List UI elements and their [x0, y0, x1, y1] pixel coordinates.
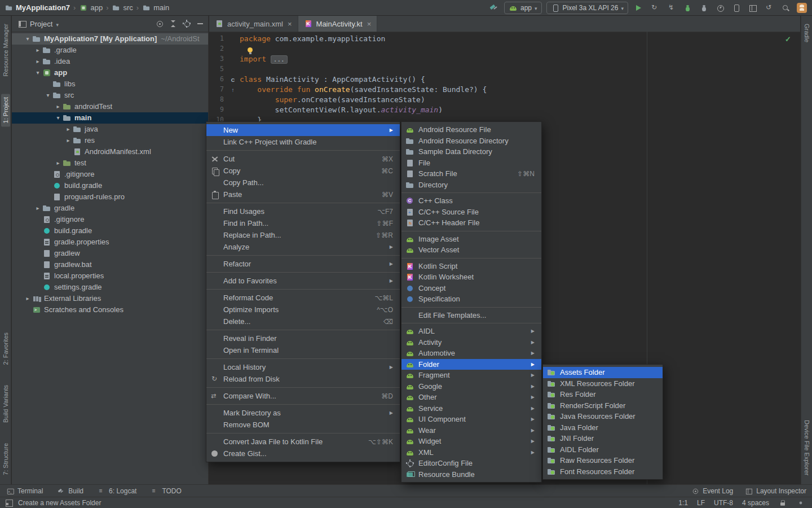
tree-item-gradle[interactable]: ▸.gradle	[12, 45, 208, 56]
menu-item-wear[interactable]: Wear▶	[401, 425, 541, 436]
menu-item-specification[interactable]: Specification	[401, 294, 541, 305]
toolbar-search-everywhere-button[interactable]	[780, 2, 791, 14]
menu-item-fragment[interactable]: Fragment▶	[401, 370, 541, 381]
toolbar-profiler-button[interactable]	[714, 2, 726, 14]
menu-item-local-history[interactable]: Local History▶	[206, 361, 400, 373]
menu-item-paste[interactable]: Paste⌘V	[206, 189, 400, 200]
menu-item-editorconfig-file[interactable]: EditorConfig File	[401, 458, 541, 469]
editor-code[interactable]: 1package com.example.myapplication23impo…	[209, 32, 800, 126]
menu-item-google[interactable]: Google▶	[401, 381, 541, 392]
tab-activity-main-xml[interactable]: activity_main.xml×	[209, 16, 298, 32]
tool-button-terminal[interactable]: Terminal	[6, 487, 43, 496]
toolbar-sync-project-button[interactable]	[764, 2, 775, 14]
menu-item-service[interactable]: Service▶	[401, 403, 541, 414]
tool-windows-icon[interactable]	[5, 498, 14, 507]
menu-item-convert-java-file-to-kotlin-file[interactable]: Convert Java File to Kotlin File⌥⇧⌘K	[206, 436, 400, 448]
expand-arrow-icon[interactable]: ▸	[54, 157, 63, 169]
tree-item-res[interactable]: ▸res	[12, 135, 208, 146]
tree-item-settings-gradle[interactable]: settings.gradle	[12, 282, 208, 293]
menu-item-concept[interactable]: Concept	[401, 283, 541, 294]
tool-stripe-2-favorites[interactable]: 2: Favorites	[1, 329, 10, 368]
menu-item-android-resource-directory[interactable]: Android Resource Directory	[401, 135, 541, 147]
tree-item-androidtest[interactable]: ▸androidTest	[12, 101, 208, 112]
tree-item-java[interactable]: ▸java	[12, 124, 208, 135]
menu-item-add-to-favorites[interactable]: Add to Favorites▶	[206, 275, 400, 287]
menu-item-assets-folder[interactable]: Assets Folder	[543, 367, 663, 378]
project-view-selector[interactable]: Project	[17, 19, 59, 28]
menu-item-mark-directory-as[interactable]: Mark Directory as▶	[206, 407, 400, 419]
menu-item-renderscript-folder[interactable]: RenderScript Folder	[543, 400, 663, 411]
tree-item-src[interactable]: ▾src	[12, 90, 208, 101]
toolbar-apply-changes-button[interactable]	[649, 2, 660, 14]
expand-arrow-icon[interactable]: ▸	[64, 135, 73, 146]
menu-item-folder[interactable]: Folder▶	[401, 359, 541, 370]
menu-item-link-c-project-with-gradle[interactable]: Link C++ Project with Gradle	[206, 136, 400, 148]
menu-item-ui-component[interactable]: UI Component▶	[401, 414, 541, 425]
menu-item-jni-folder[interactable]: JNI Folder	[543, 433, 663, 444]
menu-item-java-resources-folder[interactable]: Java Resources Folder	[543, 411, 663, 422]
tool-button-layout-inspector[interactable]: Layout Inspector	[744, 487, 806, 496]
tool-button-build[interactable]: Build	[56, 487, 83, 496]
expand-arrow-icon[interactable]: ▸	[33, 203, 42, 214]
settings-gear-icon[interactable]	[182, 19, 191, 28]
expand-arrow-icon[interactable]: ▸	[54, 101, 63, 112]
tree-item-libs[interactable]: libs	[12, 78, 208, 90]
expand-arrow-icon[interactable]: ▸	[64, 124, 73, 135]
menu-item-automotive[interactable]: Automotive▶	[401, 348, 541, 359]
tool-button-6-logcat[interactable]: 6: Logcat	[97, 487, 136, 496]
tool-stripe-1-project[interactable]: 1: Project	[1, 94, 10, 126]
intention-bulb-icon[interactable]	[248, 47, 253, 52]
menu-item-kotlin-worksheet[interactable]: Kotlin Worksheet	[401, 271, 541, 283]
breadcrumb-item-src[interactable]: src	[112, 3, 133, 12]
tab-mainactivity-kt[interactable]: MainActivity.kt×	[298, 16, 378, 32]
tree-item-gradlew[interactable]: gradlew	[12, 248, 208, 259]
menu-item-copy[interactable]: Copy⌘C	[206, 165, 400, 177]
menu-item-java-folder[interactable]: Java Folder	[543, 422, 663, 433]
tree-item-gradle[interactable]: ▸gradle	[12, 203, 208, 214]
menu-item-directory[interactable]: Directory	[401, 179, 541, 191]
tree-item-external-libraries[interactable]: ▸External Libraries	[12, 293, 208, 304]
menu-item-file[interactable]: File	[401, 157, 541, 169]
menu-item-create-gist[interactable]: Create Gist...	[206, 448, 400, 459]
tree-item-gitignore[interactable]: .gitignore	[12, 169, 208, 180]
menu-item-font-resources-folder[interactable]: Font Resources Folder	[543, 466, 663, 478]
expand-arrow-icon[interactable]: ▸	[33, 56, 42, 67]
menu-item-widget[interactable]: Widget▶	[401, 436, 541, 447]
tree-item-gradle-properties[interactable]: gradle.properties	[12, 237, 208, 248]
file-encoding[interactable]: UTF-8	[714, 499, 733, 507]
tree-item-gitignore[interactable]: .gitignore	[12, 214, 208, 225]
tree-item-main[interactable]: ▾main	[12, 112, 208, 124]
tool-stripe-device-file-explorer[interactable]: Device File Explorer	[802, 417, 811, 479]
breadcrumb-item-myapplication7[interactable]: MyApplication7	[5, 3, 70, 12]
expand-arrow-icon[interactable]: ▾	[54, 112, 63, 124]
tool-button-todo[interactable]: TODO	[150, 487, 181, 496]
menu-item-other[interactable]: Other▶	[401, 392, 541, 403]
toolbar-run-button[interactable]	[633, 2, 644, 14]
menu-item-edit-file-templates[interactable]: Edit File Templates...	[401, 310, 541, 321]
menu-item-optimize-imports[interactable]: Optimize Imports^⌥O	[206, 304, 400, 316]
menu-item-res-folder[interactable]: Res Folder	[543, 389, 663, 400]
locate-file-icon[interactable]	[155, 19, 164, 28]
menu-item-aidl-folder[interactable]: AIDL Folder	[543, 444, 663, 456]
menu-item-delete[interactable]: Delete...⌫	[206, 316, 400, 327]
menu-item-c-c-header-file[interactable]: C/C++ Header File	[401, 217, 541, 229]
menu-item-find-in-path[interactable]: Find in Path...⇧⌘F	[206, 217, 400, 229]
tool-stripe-resource-manager[interactable]: Resource Manager	[1, 20, 10, 80]
expand-arrow-icon[interactable]: ▾	[23, 33, 32, 45]
tree-item-build-gradle[interactable]: build.gradle	[12, 180, 208, 191]
toolbar-profile-avatar-button[interactable]	[796, 2, 807, 14]
menu-item-aidl[interactable]: AIDL▶	[401, 326, 541, 337]
close-icon[interactable]: ×	[288, 20, 292, 28]
tool-button-event-log[interactable]: Event Log	[691, 487, 733, 496]
menu-item-cut[interactable]: Cut⌘X	[206, 153, 400, 165]
menu-item-kotlin-script[interactable]: Kotlin Script	[401, 261, 541, 272]
lock-icon[interactable]	[779, 499, 787, 506]
breadcrumb-item-app[interactable]: app	[79, 3, 103, 12]
toolbar-apply-code-changes-button[interactable]	[665, 2, 677, 14]
expand-arrow-icon[interactable]: ▾	[33, 67, 42, 78]
tool-stripe-gradle[interactable]: Gradle	[802, 20, 811, 46]
tree-item-build-gradle[interactable]: build.gradle	[12, 225, 208, 237]
menu-item-activity[interactable]: Activity▶	[401, 337, 541, 348]
hide-panel-icon[interactable]	[196, 19, 205, 28]
menu-item-analyze[interactable]: Analyze▶	[206, 241, 400, 253]
